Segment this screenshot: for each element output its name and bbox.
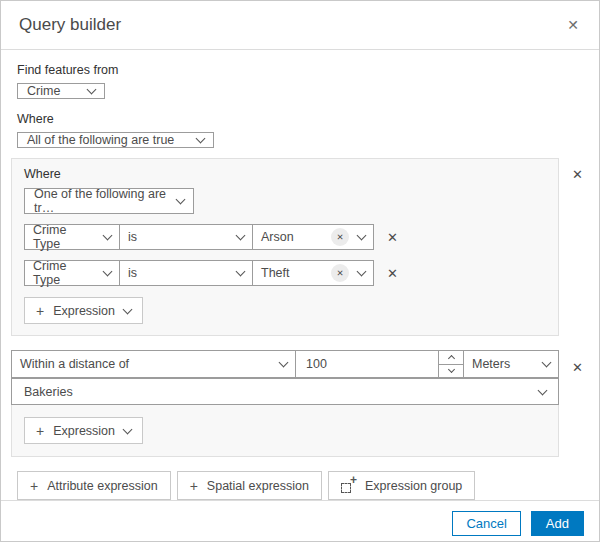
expression-group-label: Expression group — [365, 479, 462, 493]
where-operator-select[interactable]: All of the following are true — [17, 132, 214, 148]
condition-controls: Crime Type is Theft ✕ — [24, 260, 374, 286]
add-expression-group-button[interactable]: + Expression group — [328, 471, 475, 500]
where-operator-value: All of the following are true — [27, 133, 174, 147]
chevron-down-icon — [103, 231, 113, 241]
chevron-down-icon — [357, 231, 367, 241]
layer-select-value: Crime — [27, 84, 60, 98]
dialog-footer: Cancel Add — [1, 500, 599, 542]
chevron-down-icon — [196, 134, 206, 144]
add-button[interactable]: Add — [531, 511, 584, 536]
add-expression-label: Expression — [53, 304, 115, 318]
chevron-down-icon — [357, 267, 367, 277]
field-select[interactable]: Crime Type — [25, 261, 119, 285]
add-attribute-expression-button[interactable]: + Attribute expression — [17, 471, 171, 500]
spatial-expression-label: Spatial expression — [207, 479, 309, 493]
condition-controls: Crime Type is Arson ✕ — [24, 224, 374, 250]
chevron-down-icon — [236, 231, 246, 241]
attribute-expression-label: Attribute expression — [47, 479, 157, 493]
stepper-down-icon[interactable] — [439, 364, 463, 378]
target-layer-select[interactable]: Bakeries — [11, 378, 559, 405]
field-value: Crime Type — [33, 259, 94, 287]
where-label: Where — [17, 112, 599, 126]
value-text: Arson — [261, 230, 294, 244]
remove-condition-icon[interactable]: ✕ — [387, 267, 398, 280]
unit-select[interactable]: Meters — [463, 351, 558, 377]
expression-group-icon: + — [341, 479, 356, 493]
remove-group-icon[interactable]: ✕ — [568, 357, 587, 378]
dialog-header: Query builder ✕ — [1, 1, 599, 50]
layer-select[interactable]: Crime — [17, 83, 105, 99]
value-controls: ✕ — [317, 228, 365, 246]
expression-group-2-box: Within a distance of Meters Bakeries — [11, 350, 559, 457]
chevron-down-icon — [123, 304, 133, 314]
operator-select[interactable]: is — [119, 225, 252, 249]
chevron-down-icon — [123, 424, 133, 434]
remove-group-icon[interactable]: ✕ — [568, 164, 587, 185]
builder-actions: + Attribute expression + Spatial express… — [17, 471, 583, 500]
expression-group-1: Where One of the following are tr… Crime… — [11, 158, 589, 336]
expression-group-1-box: Where One of the following are tr… Crime… — [11, 158, 559, 336]
value-controls: ✕ — [317, 264, 365, 282]
dialog-title: Query builder — [19, 15, 121, 35]
clear-value-icon[interactable]: ✕ — [331, 228, 349, 246]
query-builder-dialog: Query builder ✕ Find features from Crime… — [0, 0, 600, 542]
chevron-down-icon — [542, 358, 552, 368]
group1-operator-value: One of the following are tr… — [34, 187, 177, 215]
value-select[interactable]: Theft ✕ — [252, 261, 373, 285]
add-expression-button[interactable]: + Expression — [24, 297, 143, 324]
spatial-operator-value: Within a distance of — [20, 357, 129, 371]
cancel-button[interactable]: Cancel — [452, 511, 520, 536]
field-value: Crime Type — [33, 223, 94, 251]
field-select[interactable]: Crime Type — [25, 225, 119, 249]
plus-icon: + — [36, 303, 44, 319]
close-icon[interactable]: ✕ — [563, 14, 583, 36]
condition-row: Crime Type is Theft ✕ ✕ — [24, 260, 546, 286]
chevron-down-icon — [538, 385, 548, 395]
add-expression-button[interactable]: + Expression — [24, 417, 143, 444]
distance-input[interactable] — [296, 351, 438, 377]
operator-value: is — [128, 266, 137, 280]
chevron-down-icon — [279, 358, 289, 368]
chevron-up-icon — [447, 355, 454, 362]
plus-icon: + — [30, 478, 38, 494]
operator-select[interactable]: is — [119, 261, 252, 285]
chevron-down-icon — [103, 267, 113, 277]
clear-value-icon[interactable]: ✕ — [331, 264, 349, 282]
plus-icon: + — [190, 478, 198, 494]
target-layer-value: Bakeries — [24, 385, 73, 399]
condition-row: Crime Type is Arson ✕ ✕ — [24, 224, 546, 250]
chevron-down-icon — [176, 195, 186, 205]
chevron-down-icon — [87, 85, 97, 95]
spatial-operator-select[interactable]: Within a distance of — [12, 351, 295, 377]
operator-value: is — [128, 230, 137, 244]
distance-field-wrap — [295, 351, 438, 377]
add-spatial-expression-button[interactable]: + Spatial expression — [177, 471, 322, 500]
chevron-down-icon — [447, 366, 454, 373]
distance-stepper — [438, 351, 463, 377]
spatial-condition-row: Within a distance of Meters — [11, 350, 559, 378]
chevron-down-icon — [236, 267, 246, 277]
unit-value: Meters — [472, 357, 510, 371]
expression-group-2: Within a distance of Meters Bakeries — [11, 350, 589, 457]
group1-where-label: Where — [24, 167, 546, 181]
stepper-up-icon[interactable] — [439, 351, 463, 364]
value-text: Theft — [261, 266, 290, 280]
plus-icon: + — [36, 423, 44, 439]
group1-operator-select[interactable]: One of the following are tr… — [24, 188, 194, 214]
remove-condition-icon[interactable]: ✕ — [387, 231, 398, 244]
find-features-label: Find features from — [17, 63, 599, 77]
add-expression-label: Expression — [53, 424, 115, 438]
value-select[interactable]: Arson ✕ — [252, 225, 373, 249]
